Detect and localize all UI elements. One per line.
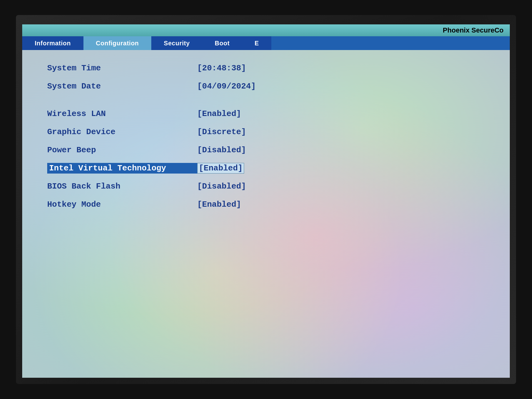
setting-label-system-date: System Date — [47, 82, 197, 91]
setting-value-system-time: [20:48:38] — [197, 63, 246, 73]
setting-row-wireless-lan[interactable]: Wireless LAN [Enabled] — [47, 108, 485, 119]
setting-row-power-beep[interactable]: Power Beep [Disabled] — [47, 144, 485, 156]
settings-table: System Time [20:48:38] System Date [04/0… — [47, 63, 485, 210]
monitor-bezel: Phoenix SecureCo Information Configurati… — [16, 15, 516, 384]
setting-row-bios-back-flash[interactable]: BIOS Back Flash [Disabled] — [47, 181, 485, 192]
brand-bar: Phoenix SecureCo — [22, 24, 510, 36]
spacer-1 — [47, 99, 485, 108]
tab-boot[interactable]: Boot — [202, 36, 242, 50]
tab-security[interactable]: Security — [151, 36, 202, 50]
setting-row-intel-virtual-technology[interactable]: Intel Virtual Technology [Enabled] — [47, 163, 485, 174]
brand-name: Phoenix SecureCo — [443, 26, 504, 34]
setting-label-intel-virtual-technology: Intel Virtual Technology — [47, 163, 197, 174]
tab-configuration[interactable]: Configuration — [83, 36, 152, 50]
setting-row-graphic-device[interactable]: Graphic Device [Discrete] — [47, 126, 485, 138]
setting-label-system-time: System Time — [47, 63, 197, 73]
screen: Phoenix SecureCo Information Configurati… — [22, 24, 510, 378]
setting-row-hotkey-mode[interactable]: Hotkey Mode [Enabled] — [47, 199, 485, 210]
setting-label-power-beep: Power Beep — [47, 145, 197, 155]
setting-label-graphic-device: Graphic Device — [47, 127, 197, 137]
settings-panel: System Time [20:48:38] System Date [04/0… — [22, 50, 510, 378]
tab-information[interactable]: Information — [22, 36, 83, 50]
bios-content: Phoenix SecureCo Information Configurati… — [22, 24, 510, 378]
setting-label-bios-back-flash: BIOS Back Flash — [47, 182, 197, 191]
setting-row-system-date[interactable]: System Date [04/09/2024] — [47, 81, 485, 92]
setting-value-wireless-lan: [Enabled] — [197, 109, 241, 119]
setting-value-system-date: [04/09/2024] — [197, 82, 256, 91]
setting-label-hotkey-mode: Hotkey Mode — [47, 200, 197, 209]
setting-value-hotkey-mode: [Enabled] — [197, 200, 241, 209]
nav-bar: Information Configuration Security Boot … — [22, 36, 510, 50]
setting-value-intel-virtual-technology: [Enabled] — [197, 163, 244, 174]
setting-value-bios-back-flash: [Disabled] — [197, 182, 246, 191]
setting-value-graphic-device: [Discrete] — [197, 127, 246, 137]
tab-exit[interactable]: E — [242, 36, 272, 50]
setting-value-power-beep: [Disabled] — [197, 145, 246, 155]
setting-row-system-time[interactable]: System Time [20:48:38] — [47, 63, 485, 74]
setting-label-wireless-lan: Wireless LAN — [47, 109, 197, 119]
